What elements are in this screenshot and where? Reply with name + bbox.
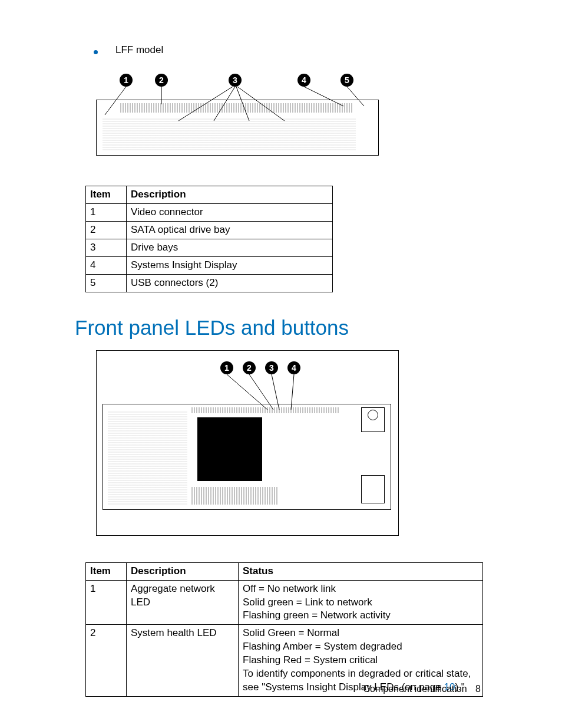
status-line: Solid Green = Normal <box>243 627 339 638</box>
th-desc: Description <box>127 562 239 580</box>
status-line: Flashing Red = System critical <box>243 654 378 666</box>
cell-item: 1 <box>86 203 127 221</box>
heading-front-panel-leds: Front panel LEDs and buttons <box>75 316 480 340</box>
status-line: Flashing green = Network activity <box>243 610 391 621</box>
page-footer: Component identification 8 <box>363 684 481 694</box>
table-header-row: Item Description <box>86 186 333 204</box>
svg-line-5 <box>237 87 285 121</box>
cell-desc: System health LED <box>127 625 239 697</box>
bullet-icon <box>94 50 98 54</box>
svg-line-7 <box>347 87 364 106</box>
table-row: 1 Video connector <box>86 203 333 221</box>
svg-line-4 <box>236 87 249 121</box>
status-line: Flashing Amber = System degraded <box>243 641 402 652</box>
svg-line-6 <box>304 87 343 106</box>
th-item: Item <box>86 562 127 580</box>
cell-desc: USB connectors (2) <box>127 274 333 292</box>
diagram2-leader-lines <box>97 351 397 533</box>
th-item: Item <box>86 186 127 204</box>
table-row: 5 USB connectors (2) <box>86 274 333 292</box>
cell-desc: SATA optical drive bay <box>127 221 333 239</box>
svg-line-10 <box>272 374 279 410</box>
cell-desc: Systems Insight Display <box>127 256 333 274</box>
table-leds-buttons: Item Description Status 1 Aggregate netw… <box>85 562 483 697</box>
status-line: Solid green = Link to network <box>243 597 372 608</box>
cell-desc: Drive bays <box>127 239 333 256</box>
footer-section: Component identification <box>363 684 467 694</box>
svg-line-0 <box>105 87 126 115</box>
table-row: 4 Systems Insight Display <box>86 256 333 274</box>
svg-line-11 <box>291 374 294 410</box>
cell-item: 2 <box>86 221 127 239</box>
th-status: Status <box>239 562 483 580</box>
cell-item: 5 <box>86 274 127 292</box>
cell-item: 2 <box>86 625 127 697</box>
bullet-text: LFF model <box>115 44 163 56</box>
cell-item: 3 <box>86 239 127 256</box>
table-row: 2 SATA optical drive bay <box>86 221 333 239</box>
diagram-lff-front: 1 2 3 4 5 <box>96 74 379 159</box>
diagram-front-panel-leds: 1 2 3 4 <box>96 350 399 536</box>
cell-item: 1 <box>86 580 127 625</box>
table-front-components: Item Description 1 Video connector 2 SAT… <box>85 186 333 292</box>
diagram1-leader-lines <box>96 74 379 162</box>
table-row: 1 Aggregate network LED Off = No network… <box>86 580 483 625</box>
footer-page-number: 8 <box>475 684 481 694</box>
table-header-row: Item Description Status <box>86 562 483 580</box>
table-row: 3 Drive bays <box>86 239 333 256</box>
cell-status: Off = No network link Solid green = Link… <box>239 580 483 625</box>
cell-desc: Aggregate network LED <box>127 580 239 625</box>
th-desc: Description <box>127 186 333 204</box>
cell-desc: Video connector <box>127 203 333 221</box>
cell-item: 4 <box>86 256 127 274</box>
status-line: Off = No network link <box>243 583 336 594</box>
bullet-lff-model: LFF model <box>85 44 480 56</box>
